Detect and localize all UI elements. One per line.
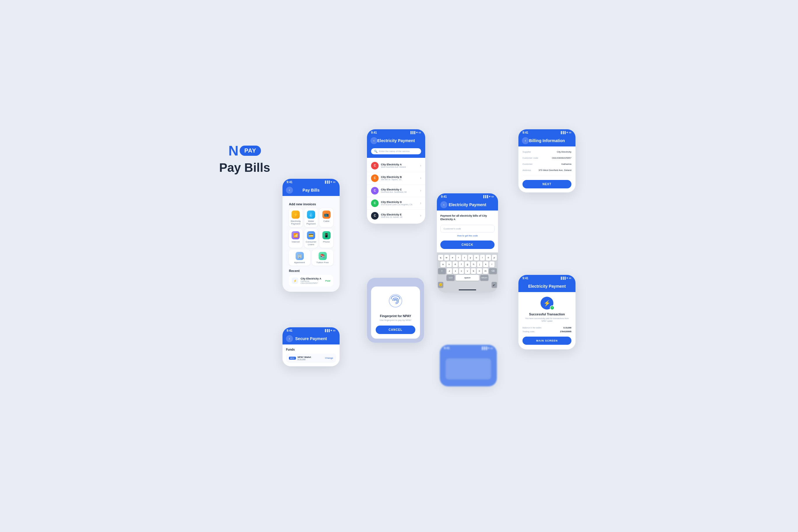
wallet-name: NPAY Wallet bbox=[298, 356, 311, 358]
cancel-button[interactable]: CANCEL bbox=[376, 326, 415, 334]
key-a[interactable]: a bbox=[440, 262, 445, 267]
signal-icon-elec: ▐▐▐ bbox=[410, 131, 415, 134]
key-v[interactable]: v bbox=[465, 268, 470, 274]
supplier-value: City Electricity bbox=[557, 151, 571, 153]
phone-body-main: Add new invoices ⚡ Electricity Payment 💧… bbox=[283, 196, 340, 292]
address-value: 379 West Deerfield Ave. Deland bbox=[538, 169, 571, 172]
key-m[interactable]: m bbox=[483, 268, 488, 274]
key-shift[interactable]: ⇧ bbox=[438, 268, 446, 274]
back-button-main[interactable]: ‹ bbox=[286, 187, 293, 194]
key-n[interactable]: n bbox=[477, 268, 482, 274]
elec-info-d: City Electricity D 9724 Euclid Lane Los … bbox=[381, 201, 418, 206]
key-u[interactable]: u bbox=[474, 255, 479, 261]
search-bar: 🔍 Enter the name of the service bbox=[367, 147, 425, 158]
category-water[interactable]: 💧 Water Payment bbox=[304, 208, 318, 227]
key-b[interactable]: b bbox=[471, 268, 476, 274]
elec-avatar-a: C bbox=[371, 162, 379, 169]
billing-row-code: Customer code CEA 63000225657 bbox=[522, 157, 571, 159]
key-y[interactable]: y bbox=[468, 255, 473, 261]
category-apartment[interactable]: 🏢 Apartment bbox=[289, 250, 310, 266]
water-icon: 💧 bbox=[307, 211, 315, 219]
key-i[interactable]: i bbox=[480, 255, 485, 261]
consumer-icon: 💳 bbox=[307, 231, 315, 239]
elec-item-c[interactable]: C City Electricity C Deerfield Ave. Sout… bbox=[367, 185, 425, 197]
next-button[interactable]: NEXT bbox=[522, 180, 571, 188]
category-phone[interactable]: 📱 Phone bbox=[320, 229, 333, 248]
category-tuition[interactable]: 📚 Tuition Free bbox=[312, 250, 333, 266]
elec-item-e[interactable]: C City Electricity E 9946 Elm St. Adrian… bbox=[367, 210, 425, 222]
status-icons-secure: ▐▐▐ ▾ ▭ bbox=[324, 329, 336, 332]
add-invoices-title: Add new invoices bbox=[289, 202, 333, 206]
recent-item-info: City Electricity A Katharina CEA 6300022… bbox=[301, 277, 323, 284]
status-bar-main: 9:41 ▐▐▐ ▾ ▭ bbox=[283, 179, 340, 186]
back-button-elec[interactable]: ‹ bbox=[370, 137, 377, 144]
fingerprint-modal: Fingerprint for NPAY Use fingerprint to … bbox=[371, 287, 420, 339]
key-h[interactable]: h bbox=[471, 262, 476, 267]
apartment-label: Apartment bbox=[290, 261, 309, 264]
phone-header-main: ‹ Pay Bills bbox=[283, 186, 340, 196]
key-e[interactable]: e bbox=[450, 255, 455, 261]
key-r[interactable]: r bbox=[456, 255, 461, 261]
main-screen-button[interactable]: MAIN SCREEN bbox=[522, 337, 571, 345]
key-l[interactable]: l bbox=[489, 262, 495, 267]
key-p[interactable]: p bbox=[492, 255, 497, 261]
elec-item-a[interactable]: C City Electricity A West Deerfield Ave.… bbox=[367, 159, 425, 172]
phone-title-success: Electricity Payment bbox=[528, 284, 566, 289]
recent-item-status: Paid bbox=[325, 280, 330, 282]
category-consumer[interactable]: 💳 Consumer Loans bbox=[304, 229, 318, 248]
search-input-wrapper[interactable]: 🔍 Enter the name of the service bbox=[371, 148, 421, 154]
category-cable[interactable]: 📺 Cable bbox=[320, 208, 333, 227]
status-bar-blurred: 9:41 ▐▐▐ ▾ ▭ bbox=[440, 345, 497, 352]
key-q[interactable]: q bbox=[438, 255, 443, 261]
elec-info-b: City Electricity B 364 8th St. Taylors, … bbox=[381, 176, 418, 180]
key-f[interactable]: f bbox=[459, 262, 464, 267]
key-j[interactable]: j bbox=[477, 262, 482, 267]
key-x[interactable]: x bbox=[453, 268, 458, 274]
key-mic[interactable]: 🎤 bbox=[492, 282, 497, 288]
status-time-success: 9:41 bbox=[522, 277, 528, 280]
key-g[interactable]: g bbox=[465, 262, 470, 267]
consumer-label: Consumer Loans bbox=[305, 241, 317, 246]
key-d[interactable]: d bbox=[453, 262, 458, 267]
back-button-form[interactable]: ‹ bbox=[440, 201, 447, 208]
key-c[interactable]: c bbox=[459, 268, 464, 274]
phone-header-success: Electricity Payment bbox=[518, 282, 575, 292]
phone-header-secure: ‹ Secure Payment bbox=[283, 334, 340, 344]
status-time-secure: 9:41 bbox=[287, 329, 292, 332]
status-icons-blurred: ▐▐▐ ▾ ▭ bbox=[481, 346, 493, 350]
key-return[interactable]: return bbox=[480, 275, 489, 281]
internet-icon: 📶 bbox=[291, 231, 300, 239]
key-space[interactable]: space bbox=[456, 275, 479, 281]
customer-code-input[interactable]: Customer's code bbox=[440, 225, 495, 233]
key-s[interactable]: s bbox=[446, 262, 452, 267]
back-button-secure[interactable]: ‹ bbox=[286, 335, 293, 342]
key-123[interactable]: 123 bbox=[446, 275, 455, 281]
back-button-billing[interactable]: ‹ bbox=[522, 137, 529, 144]
key-emoji[interactable]: 🙂 bbox=[438, 282, 443, 288]
recent-title: Recent bbox=[289, 269, 333, 272]
elec-name-e: City Electricity E bbox=[381, 213, 418, 216]
change-link[interactable]: Change bbox=[325, 357, 333, 359]
elec-name-b: City Electricity B bbox=[381, 176, 418, 178]
key-o[interactable]: o bbox=[486, 255, 491, 261]
get-code-link[interactable]: How to get the code bbox=[440, 234, 495, 237]
success-icon-wrap: ⚡ ✓ bbox=[522, 297, 571, 309]
category-electricity[interactable]: ⚡ Electricity Payment bbox=[289, 208, 303, 227]
category-internet[interactable]: 📶 Internet bbox=[289, 229, 303, 248]
funds-label: Funds bbox=[286, 348, 336, 351]
success-body: ⚡ ✓ Successful Transaction You have succ… bbox=[518, 292, 575, 350]
check-button[interactable]: CHECK bbox=[440, 241, 495, 249]
key-t[interactable]: t bbox=[462, 255, 467, 261]
phone-title-main: Pay Bills bbox=[303, 188, 320, 192]
elec-addr-c: Deerfield Ave. Southfield, MI bbox=[381, 191, 418, 193]
key-z[interactable]: z bbox=[447, 268, 452, 274]
recent-item[interactable]: ⚡ City Electricity A Katharina CEA 63000… bbox=[289, 275, 333, 287]
status-bar-form: 9:41 ▐▐▐ ▾ ▭ bbox=[437, 193, 498, 200]
elec-item-b[interactable]: C City Electricity B 364 8th St. Taylors… bbox=[367, 172, 425, 185]
battery-icon-elec: ▭ bbox=[419, 131, 421, 134]
key-backspace[interactable]: ⌫ bbox=[489, 268, 497, 274]
key-k[interactable]: k bbox=[483, 262, 489, 267]
elec-item-d[interactable]: C City Electricity D 9724 Euclid Lane Lo… bbox=[367, 197, 425, 210]
key-w[interactable]: w bbox=[444, 255, 450, 261]
status-time-form: 9:41 bbox=[441, 195, 447, 198]
